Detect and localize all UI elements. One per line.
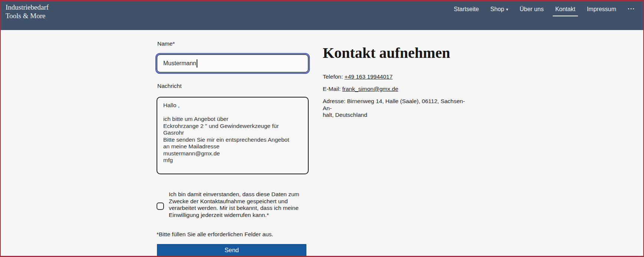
nav-more-button[interactable]: ··· [628, 6, 635, 11]
brand-line2: Tools & More [6, 11, 49, 20]
main-nav: Startseite Shop▾ Über uns Kontakt Impres… [454, 6, 635, 16]
nav-item-impressum[interactable]: Impressum [587, 6, 616, 12]
email-label: E-Mail: [323, 86, 342, 92]
email-line: E-Mail: frank_simon@gmx.de [323, 86, 398, 93]
consent-label: Ich bin damit einverstanden, dass diese … [169, 191, 299, 218]
nav-label: Impressum [587, 6, 616, 12]
chevron-down-icon: ▾ [506, 7, 508, 11]
page: Industriebedarf Tools & More Startseite … [0, 0, 644, 257]
name-label: Name* [157, 40, 175, 47]
phone-line: Telefon: +49 163 19944017 [323, 73, 392, 80]
nav-label: Über uns [520, 6, 544, 12]
consent-checkbox[interactable] [157, 202, 164, 210]
nav-item-shop[interactable]: Shop▾ [490, 6, 508, 13]
brand-logo[interactable]: Industriebedarf Tools & More [6, 3, 49, 20]
brand-line1: Industriebedarf [6, 3, 49, 11]
send-button[interactable]: Send [157, 244, 306, 256]
contact-form: Name* Mustermann Nachricht Hallo , ich b… [157, 30, 310, 257]
message-label: Nachricht [157, 83, 181, 89]
header: Industriebedarf Tools & More Startseite … [1, 1, 643, 30]
nav-label: Shop [490, 6, 504, 12]
consent-row: Ich bin damit einverstanden, dass diese … [157, 191, 310, 218]
nav-item-kontakt[interactable]: Kontakt [553, 6, 578, 16]
phone-link[interactable]: +49 163 19944017 [345, 73, 393, 80]
required-fields-note: *Bitte füllen Sie alle erforderlichen Fe… [157, 231, 273, 238]
name-input-value: Mustermann [163, 60, 196, 67]
address-line: Adresse: Birnenweg 14, Halle (Saale), 06… [323, 98, 471, 119]
ellipsis-icon: ··· [628, 5, 635, 12]
nav-label: Startseite [454, 6, 479, 12]
phone-label: Telefon: [323, 73, 345, 80]
page-title: Kontakt aufnehmen [323, 45, 450, 61]
nav-label: Kontakt [555, 6, 575, 12]
email-link[interactable]: frank_simon@gmx.de [342, 86, 398, 92]
message-textarea[interactable]: Hallo , ich bitte um Angebot über Eckroh… [157, 97, 309, 174]
name-input[interactable]: Mustermann [157, 54, 309, 73]
nav-item-startseite[interactable]: Startseite [454, 6, 479, 12]
nav-item-ueber-uns[interactable]: Über uns [520, 6, 544, 12]
text-cursor [197, 59, 197, 67]
